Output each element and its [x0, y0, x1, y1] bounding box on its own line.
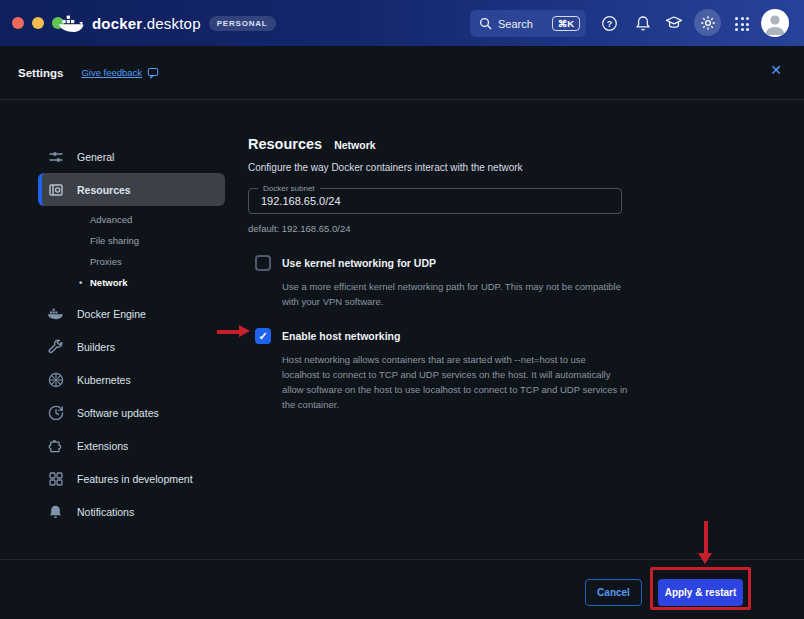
host-networking-checkbox[interactable]: ✓ [255, 328, 271, 344]
sidebar-item-label: Kubernetes [77, 374, 131, 386]
give-feedback-link[interactable]: Give feedback [81, 67, 159, 79]
whale-icon [47, 305, 64, 322]
docker-subnet-field: Docker subnet [248, 188, 622, 214]
update-clock-icon [47, 404, 64, 421]
panel-subtitle: Network [334, 139, 375, 151]
resources-icon [47, 181, 64, 198]
settings-sidebar: General Resources Advanced File shar [0, 100, 240, 559]
docker-subnet-label: Docker subnet [258, 184, 320, 193]
host-networking-description: Host networking allows containers that a… [282, 352, 628, 412]
sidebar-subitem-network[interactable]: Network [90, 272, 240, 293]
kubernetes-wheel-icon [47, 371, 64, 388]
settings-gear-button[interactable] [694, 9, 721, 36]
page-title: Settings [18, 67, 63, 79]
kernel-networking-row[interactable]: Use kernel networking for UDP [255, 255, 628, 271]
sidebar-item-label: Notifications [77, 506, 134, 518]
close-settings-icon[interactable]: ✕ [770, 62, 782, 78]
sidebar-item-label: Resources [77, 184, 131, 196]
sidebar-item-label: Features in development [77, 473, 193, 485]
user-avatar[interactable] [761, 9, 789, 37]
close-window-button[interactable] [12, 17, 24, 29]
sidebar-item-label: Software updates [77, 407, 159, 419]
option-kernel-networking: Use kernel networking for UDP Use a more… [248, 255, 628, 309]
search-icon [479, 17, 492, 30]
option-host-networking: ✓ Enable host networking Host networking… [248, 328, 628, 412]
sidebar-subitem-proxies[interactable]: Proxies [90, 251, 240, 272]
sub-item-label: Advanced [90, 214, 132, 225]
kernel-networking-checkbox[interactable] [255, 255, 271, 271]
question-mark-icon: ? [606, 18, 611, 28]
apply-restart-button[interactable]: Apply & restart [658, 579, 743, 606]
brand-docker: docker [92, 15, 142, 32]
sidebar-item-extensions[interactable]: Extensions [38, 429, 225, 462]
sidebar-subitem-advanced[interactable]: Advanced [90, 209, 240, 230]
sidebar-item-features-in-development[interactable]: Features in development [38, 462, 225, 495]
bell-icon [47, 503, 64, 520]
cancel-button[interactable]: Cancel [585, 579, 642, 606]
puzzle-icon [47, 437, 64, 454]
panel-title-row: Resources Network [248, 136, 628, 152]
window-controls [12, 17, 64, 29]
apps-grid-button[interactable] [733, 15, 751, 33]
feedback-bubble-icon [147, 67, 159, 79]
app-title: docker.desktop [92, 15, 201, 32]
settings-header: Settings Give feedback ✕ [0, 46, 804, 100]
sub-item-label: Network [90, 277, 127, 288]
host-networking-label: Enable host networking [282, 330, 400, 342]
kernel-networking-label: Use kernel networking for UDP [282, 257, 436, 269]
sidebar-item-general[interactable]: General [38, 140, 225, 173]
sidebar-item-label: Extensions [77, 440, 128, 452]
sidebar-item-builders[interactable]: Builders [38, 330, 225, 363]
search-input[interactable]: Search ⌘K [470, 10, 586, 37]
resources-sub-list: Advanced File sharing Proxies Network [0, 209, 240, 293]
search-shortcut-badge: ⌘K [552, 16, 580, 32]
checkmark-icon: ✓ [258, 330, 267, 343]
settings-footer: Cancel Apply & restart [0, 559, 804, 619]
docker-desktop-window: docker.desktop PERSONAL Search ⌘K ? [0, 0, 804, 619]
brand-logo: docker.desktop PERSONAL [58, 0, 276, 46]
sidebar-item-label: General [77, 151, 114, 163]
sidebar-item-kubernetes[interactable]: Kubernetes [38, 363, 225, 396]
network-settings-panel: Resources Network Configure the way Dock… [248, 136, 628, 412]
sidebar-item-notifications[interactable]: Notifications [38, 495, 225, 528]
help-button[interactable]: ? [600, 14, 618, 32]
sidebar-item-software-updates[interactable]: Software updates [38, 396, 225, 429]
docker-whale-logo-icon [58, 14, 84, 33]
sidebar-subitem-file-sharing[interactable]: File sharing [90, 230, 240, 251]
kernel-networking-description: Use a more efficient kernel networking p… [282, 279, 628, 309]
sidebar-item-resources[interactable]: Resources [38, 173, 225, 206]
subnet-default-hint: default: 192.168.65.0/24 [248, 223, 628, 234]
panel-title: Resources [248, 136, 322, 152]
search-placeholder: Search [498, 18, 546, 30]
sub-item-label: File sharing [90, 235, 139, 246]
person-icon [761, 9, 789, 37]
sub-item-label: Proxies [90, 256, 122, 267]
titlebar: docker.desktop PERSONAL Search ⌘K ? [0, 0, 804, 46]
notifications-bell-button[interactable] [634, 14, 652, 32]
sidebar-item-docker-engine[interactable]: Docker Engine [38, 297, 225, 330]
nine-dots-icon [735, 17, 749, 31]
learning-center-icon[interactable] [665, 14, 683, 32]
sidebar-item-label: Builders [77, 341, 115, 353]
brand-desktop: .desktop [142, 15, 200, 32]
give-feedback-label: Give feedback [81, 67, 142, 78]
plan-badge: PERSONAL [209, 16, 276, 31]
sidebar-item-label: Docker Engine [77, 308, 146, 320]
panel-description: Configure the way Docker containers inte… [248, 162, 628, 173]
wrench-icon [47, 338, 64, 355]
grid-squares-icon [47, 470, 64, 487]
host-networking-row[interactable]: ✓ Enable host networking [255, 328, 628, 344]
minimize-window-button[interactable] [32, 17, 44, 29]
tune-icon [47, 148, 64, 165]
